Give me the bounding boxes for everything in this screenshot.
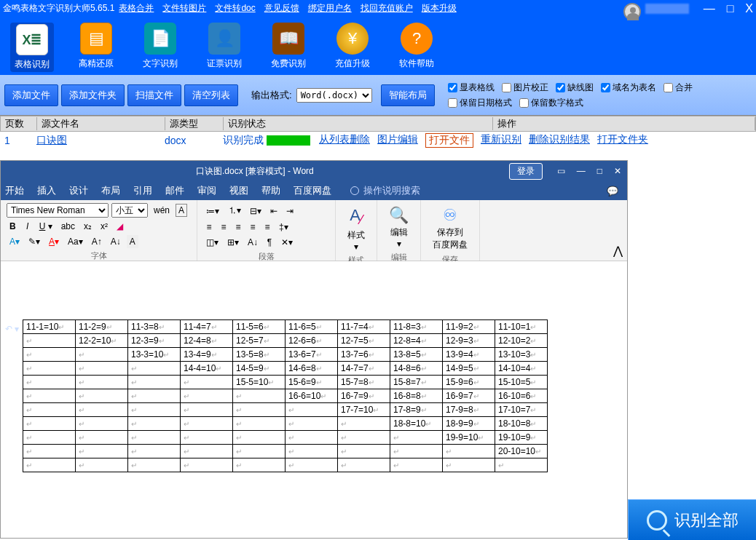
sec-button[interactable]: 添加文件夹 [61,84,125,106]
file-op[interactable]: 从列表删除 [319,133,370,148]
font-name-select[interactable]: Times New Roman [7,203,109,218]
show-marks-icon[interactable]: ¶ [264,236,275,249]
option-check[interactable]: 合并 [664,82,693,94]
word-tab[interactable]: 百度网盘 [294,184,331,197]
smart-layout-button[interactable]: 智能布局 [381,84,435,106]
justify-icon[interactable]: ≡ [247,221,259,234]
top-link[interactable]: 文件转doc [215,2,255,15]
option-check[interactable]: 缺线图 [556,82,594,94]
file-op[interactable]: 打开文件夹 [597,133,648,148]
change-case-icon[interactable]: Aa▾ [65,235,86,248]
help[interactable]: ?软件帮助 [395,23,438,72]
ribbon-options-icon[interactable]: ▭ [557,166,565,176]
clear-format-icon[interactable]: ◢ [114,220,126,233]
main-toolbar: X≣表格识别▤高精还原📄文字识别👤证票识别📖免费识别¥充值升级?软件帮助 [0,17,756,75]
sec-button[interactable]: 清空列表 [184,84,238,106]
file-op[interactable]: 图片编辑 [377,133,418,148]
top-link[interactable]: 文件转图片 [162,2,206,15]
baidu-save-button[interactable]: ♾ 保存到 百度网盘 [427,203,473,254]
bold-button[interactable]: B [7,220,19,233]
multilevel-icon[interactable]: ⊟▾ [247,205,264,218]
word-tab[interactable]: 视图 [229,184,248,197]
output-format-select[interactable]: Word(.docx) [296,88,372,103]
tell-me[interactable]: 操作说明搜索 [350,184,420,197]
option-check[interactable]: 保留日期格式 [448,97,512,109]
option-check[interactable]: 图片校正 [502,82,548,94]
indent-right-icon[interactable]: ⇥ [283,205,296,218]
sec-button[interactable]: 添加文件 [4,84,58,106]
styles-button[interactable]: A⁄ 样式▾ [342,203,371,255]
word-tab[interactable]: 引用 [133,184,152,197]
edit-button[interactable]: 🔍编辑▾ [383,203,414,252]
document-area[interactable]: 11-1=1011-2=911-3=811-4=711-5=611-6=511-… [1,261,627,538]
superscript-button[interactable]: x² [98,220,111,233]
high-fidelity[interactable]: ▤高精还原 [74,23,118,72]
text-effect-icon[interactable]: A▾ [7,235,23,248]
word-tab[interactable]: 布局 [101,184,120,197]
file-op[interactable]: 重新识别 [481,133,521,148]
word-tab[interactable]: 插入 [37,184,56,197]
top-link[interactable]: 找回充值账户 [361,2,413,15]
collapse-ribbon-icon[interactable]: ⋀ [613,244,623,258]
top-link[interactable]: 意见反馈 [264,2,299,15]
top-link[interactable]: 版本升级 [422,2,457,15]
grow-font-icon[interactable]: A↑ [89,235,105,248]
quick-access[interactable]: ↶ ▾ [5,324,19,334]
file-name-link[interactable]: 口诀图 [36,134,165,147]
share-icon[interactable]: 💬 [607,186,618,196]
highlight-icon[interactable]: ✎▾ [25,235,43,248]
align-right-icon[interactable]: ≡ [232,221,244,234]
table-recognize[interactable]: X≣表格识别 [10,23,54,72]
word-window: ↶ ▾ 口诀图.docx [兼容模式] - Word 登录 ▭ — □ ✕ 开始… [0,160,628,539]
file-op[interactable]: 删除识别结果 [529,133,590,148]
id-recognize[interactable]: 👤证票识别 [202,23,246,72]
shading-icon[interactable]: ◫▾ [203,236,221,249]
min-button[interactable]: — [704,2,715,15]
option-check[interactable]: 保留数字格式 [519,97,583,109]
line-spacing-icon[interactable]: ‡▾ [276,221,291,234]
option-check[interactable]: 显表格线 [448,82,495,94]
char-border-icon[interactable]: A [176,204,187,217]
indent-left-icon[interactable]: ⇤ [267,205,280,218]
top-link[interactable]: 表格合并 [119,2,154,15]
align-left-icon[interactable]: ≡ [203,221,215,234]
phonetic-icon[interactable]: wén [151,204,173,217]
file-op[interactable]: 打开文件 [425,133,473,148]
recognize-all-button[interactable]: 识别全部 [628,499,756,540]
numbering-icon[interactable]: ⒈▾ [225,203,244,218]
word-tab[interactable]: 设计 [69,184,88,197]
subscript-button[interactable]: x₂ [81,220,95,233]
word-tab[interactable]: 开始 [5,184,24,197]
sort-icon[interactable]: A↓ [245,236,261,249]
word-tab[interactable]: 审阅 [197,184,216,197]
word-close-icon[interactable]: ✕ [614,166,621,176]
word-tab[interactable]: 帮助 [261,184,280,197]
word-tab[interactable]: 邮件 [165,184,184,197]
text-recognize[interactable]: 📄文字识别 [138,23,182,72]
free-recognize[interactable]: 📖免费识别 [267,23,310,72]
close-button[interactable]: X [745,2,753,15]
font-size-select[interactable]: 小五 [111,203,148,218]
max-button[interactable]: □ [727,2,734,15]
italic-button[interactable]: I [22,220,34,233]
borders-icon[interactable]: ⊞▾ [224,236,242,249]
strike-button[interactable]: abc [58,220,78,233]
option-check[interactable]: 域名为表名 [601,82,656,94]
sec-button[interactable]: 扫描文件 [127,84,181,106]
align-center-icon[interactable]: ≡ [218,221,229,234]
avatar[interactable] [623,3,641,20]
top-links: 表格合并文件转图片文件转doc意见反馈绑定用户名找回充值账户版本升级 [119,2,456,15]
char-shading-icon[interactable]: A [127,235,138,248]
shrink-font-icon[interactable]: A↓ [108,235,124,248]
file-row-ops: 从列表删除图片编辑打开文件重新识别删除识别结果打开文件夹 [319,133,648,148]
recharge[interactable]: ¥充值升级 [331,23,374,72]
bullets-icon[interactable]: ≔▾ [203,205,222,218]
underline-button[interactable]: U ▾ [36,220,55,233]
font-color-icon[interactable]: A▾ [46,235,62,248]
word-max-icon[interactable]: □ [597,166,602,176]
login-button[interactable]: 登录 [509,163,543,180]
word-min-icon[interactable]: — [577,166,586,176]
distribute-icon[interactable]: ≡ [261,221,273,234]
snap-grid-icon[interactable]: ✕▾ [278,236,296,249]
top-link[interactable]: 绑定用户名 [308,2,352,15]
